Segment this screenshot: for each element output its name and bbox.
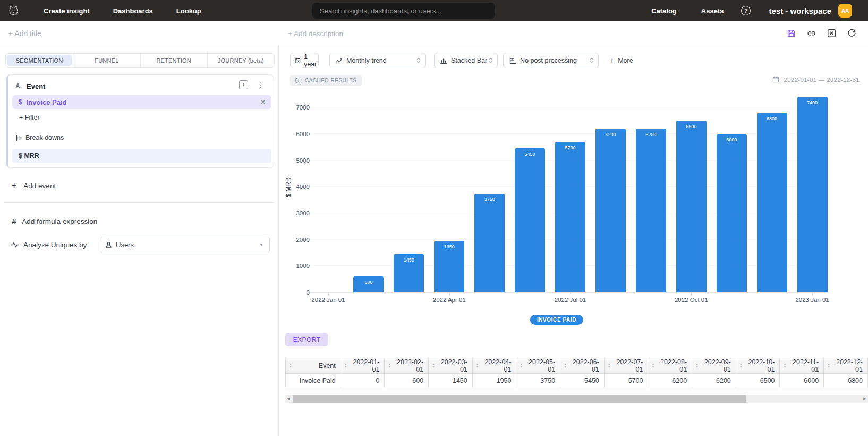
sort-icon[interactable]: ▲▼ <box>695 363 699 368</box>
column-header-2022-06-01[interactable]: ▲▼2022-06-01 <box>560 358 605 374</box>
bar-2022-04-01[interactable]: 1950 <box>434 241 464 292</box>
trend-mode-select[interactable]: Monthly trend <box>329 53 426 68</box>
bar-2022-06-01[interactable]: 5450 <box>515 148 545 292</box>
refresh-icon[interactable] <box>847 29 856 38</box>
bar-2022-07-01[interactable]: 5700 <box>555 142 585 292</box>
add-event-button[interactable]: + Add event <box>12 181 56 190</box>
sort-icon[interactable]: ▲▼ <box>520 363 523 368</box>
nav-lookup[interactable]: Lookup <box>176 7 201 15</box>
y-tick-label: 0 <box>285 289 310 296</box>
column-header-2022-12-01[interactable]: ▲▼2022-12-01 <box>824 358 868 374</box>
column-header-2022-03-01[interactable]: ▲▼2022-03-01 <box>429 358 473 374</box>
table-cell: Invoice Paid <box>286 374 341 388</box>
table-cell: 6800 <box>824 374 868 388</box>
workspace-name[interactable]: test - workspace <box>769 6 831 15</box>
add-filter-button[interactable]: + Filter <box>19 114 40 121</box>
selected-event-row[interactable]: $ Invoice Paid ✕ <box>12 95 271 109</box>
post-processing-select[interactable]: No post processing <box>503 53 599 68</box>
link-icon[interactable] <box>807 29 816 38</box>
x-square-icon[interactable] <box>827 29 836 38</box>
nav-create-insight[interactable]: Create insight <box>44 7 90 15</box>
event-card: A. Event + ⋮ $ Invoice Paid ✕ + Filter B… <box>6 74 274 168</box>
sort-icon[interactable]: ▲▼ <box>432 363 435 368</box>
column-header-2022-10-01[interactable]: ▲▼2022-10-01 <box>736 358 780 374</box>
duplicate-event-icon[interactable]: + <box>239 80 248 89</box>
column-header-2022-11-01[interactable]: ▲▼2022-11-01 <box>780 358 824 374</box>
column-header-2022-04-01[interactable]: ▲▼2022-04-01 <box>472 358 516 374</box>
event-index-label: A. <box>15 82 22 90</box>
save-icon[interactable] <box>787 29 796 38</box>
nav-dashboards[interactable]: Dashboards <box>113 7 153 15</box>
uniques-entity-select[interactable]: Users ▼ <box>100 237 270 253</box>
tab-journey-beta[interactable]: JOURNEY (beta) <box>207 54 274 67</box>
breakdown-value-row[interactable]: $ MRR <box>12 149 271 163</box>
chart-type-value: Stacked Bar <box>451 57 487 64</box>
sort-icon[interactable]: ▲▼ <box>651 363 654 368</box>
analyze-uniques-row: Analyze Uniques by <box>11 241 87 249</box>
column-header-2022-09-01[interactable]: ▲▼2022-09-01 <box>692 358 736 374</box>
sort-icon[interactable]: ▲▼ <box>827 363 830 368</box>
column-header-event[interactable]: ▲▼Event <box>286 358 341 374</box>
horizontal-scrollbar[interactable]: ◀ ▶ <box>285 395 868 403</box>
scroll-right-icon[interactable]: ▶ <box>862 395 868 403</box>
help-icon[interactable]: ? <box>741 6 751 15</box>
sort-icon[interactable]: ▲▼ <box>289 363 292 368</box>
bar-value-label: 600 <box>353 280 384 285</box>
nav-assets[interactable]: Assets <box>701 7 724 15</box>
export-button[interactable]: EXPORT <box>285 333 328 346</box>
tab-funnel[interactable]: FUNNEL <box>73 54 140 67</box>
table-cell: 1450 <box>429 374 473 388</box>
sort-icon[interactable]: ▲▼ <box>608 363 611 368</box>
more-options-button[interactable]: + More <box>610 56 633 65</box>
date-range-display[interactable]: 2022-01-01 — 2022-12-31 <box>772 76 860 83</box>
column-header-label: Event <box>294 362 336 370</box>
remove-event-icon[interactable]: ✕ <box>260 98 266 106</box>
cached-results-label: CACHED RESULTS <box>305 78 356 83</box>
bar-2022-03-01[interactable]: 1450 <box>394 254 424 292</box>
cat-logo-icon[interactable] <box>7 4 20 18</box>
add-description-field[interactable]: + Add description <box>288 30 343 38</box>
sort-icon[interactable]: ▲▼ <box>476 363 479 368</box>
tab-retention[interactable]: RETENTION <box>140 54 207 67</box>
tab-segmentation[interactable]: SEGMENTATION <box>7 55 72 66</box>
chart-section: $ MRR 01000200030004000500060007000 6001… <box>285 90 868 330</box>
table-cell: 6200 <box>648 374 692 388</box>
scrollbar-thumb[interactable] <box>293 395 746 403</box>
sort-icon[interactable]: ▲▼ <box>564 363 567 368</box>
bar-value-label: 1450 <box>394 257 424 263</box>
column-header-2022-08-01[interactable]: ▲▼2022-08-01 <box>648 358 692 374</box>
chart-type-select[interactable]: Stacked Bar <box>434 53 498 68</box>
bar-2022-10-01[interactable]: 6500 <box>676 121 707 292</box>
bar-2022-12-01[interactable]: 6800 <box>757 113 787 292</box>
event-menu-icon[interactable]: ⋮ <box>257 80 264 89</box>
sort-icon[interactable]: ▲▼ <box>388 363 391 368</box>
column-header-2022-02-01[interactable]: ▲▼2022-02-01 <box>385 358 429 374</box>
column-header-2022-01-01[interactable]: ▲▼2022-01-01 <box>341 358 385 374</box>
bar-2022-08-01[interactable]: 6200 <box>595 129 626 292</box>
scroll-left-icon[interactable]: ◀ <box>285 395 292 403</box>
legend-invoice-paid[interactable]: INVOICE PAID <box>530 315 583 325</box>
search-input[interactable] <box>312 3 495 19</box>
breakdowns-button[interactable]: Break downs <box>16 134 64 141</box>
add-formula-button[interactable]: # Add formula expression <box>12 217 97 226</box>
nav-catalog[interactable]: Catalog <box>651 7 677 15</box>
sort-icon[interactable]: ▲▼ <box>739 363 743 368</box>
add-title-field[interactable]: + Add title <box>8 29 41 38</box>
column-header-2022-07-01[interactable]: ▲▼2022-07-01 <box>604 358 648 374</box>
avatar[interactable]: AA <box>838 4 852 18</box>
sort-icon[interactable]: ▲▼ <box>344 363 347 368</box>
selected-event-name: Invoice Paid <box>27 98 67 106</box>
sort-icon[interactable]: ▲▼ <box>783 363 786 368</box>
post-processing-icon <box>509 57 516 64</box>
date-preset-button[interactable]: 1 year <box>290 53 319 68</box>
bar-2022-11-01[interactable]: 6000 <box>717 134 747 292</box>
column-header-2022-05-01[interactable]: ▲▼2022-05-01 <box>516 358 560 374</box>
bar-2022-05-01[interactable]: 3750 <box>474 194 505 292</box>
plus-icon: + <box>610 56 614 65</box>
bar-2022-09-01[interactable]: 6200 <box>636 129 666 292</box>
calendar-icon <box>772 76 779 83</box>
bar-2023-01-01[interactable]: 7400 <box>797 97 828 292</box>
x-tick-label: 2022 Jul 01 <box>547 297 594 303</box>
x-tick-label: 2023 Jan 01 <box>788 297 836 303</box>
bar-2022-02-01[interactable]: 600 <box>353 276 384 292</box>
